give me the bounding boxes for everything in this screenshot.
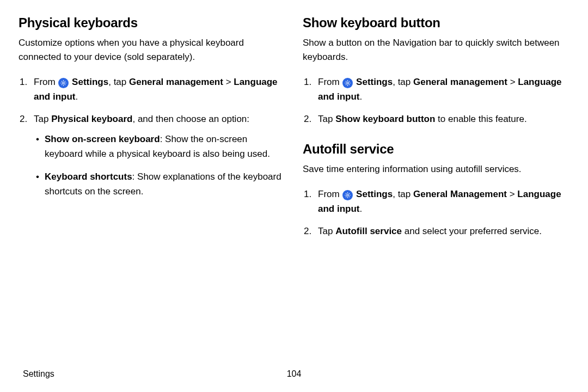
step-text: >	[507, 189, 517, 199]
step-text: Tap	[318, 114, 335, 124]
step-bold: Settings	[353, 189, 393, 199]
step-bold: Physical keyboard	[51, 114, 132, 124]
step-text: and select your preferred service.	[402, 226, 542, 236]
step-text: .	[75, 91, 78, 102]
svg-point-1	[347, 82, 348, 83]
step-text: , tap	[393, 77, 413, 87]
svg-point-2	[347, 194, 348, 195]
svg-point-0	[63, 82, 64, 83]
bullet-item: Keyboard shortcuts: Show explanations of…	[34, 169, 285, 199]
step-text: Tap	[34, 114, 51, 124]
step-2: Tap Physical keyboard, and then choose a…	[19, 112, 285, 199]
left-column: Physical keyboards Customize options whe…	[19, 15, 285, 254]
section-title-show-keyboard-button: Show keyboard button	[303, 15, 569, 30]
step-bold: Autofill service	[335, 226, 402, 236]
settings-icon	[58, 78, 69, 88]
settings-icon	[342, 78, 353, 88]
bullet-bold: Keyboard shortcuts	[45, 171, 132, 182]
step-1: From Settings, tap General management > …	[19, 75, 285, 104]
autofill-service-section: Autofill service Save time entering info…	[303, 142, 569, 238]
bullet-bold: Show on-screen keyboard	[45, 134, 160, 144]
section-title-physical-keyboards: Physical keyboards	[19, 15, 285, 30]
step-text: , tap	[393, 189, 413, 199]
step-bold: Settings	[353, 77, 393, 87]
step-bold: Show keyboard button	[335, 114, 435, 124]
step-1: From Settings, tap General management > …	[303, 75, 569, 104]
footer-page-number: 104	[287, 369, 302, 379]
show-keyboard-button-section: Show keyboard button Show a button on th…	[303, 15, 569, 126]
step-text: >	[223, 77, 234, 87]
step-bold: General management	[129, 77, 223, 87]
step-text: to enable this feature.	[435, 114, 526, 124]
step-2: Tap Autofill service and select your pre…	[303, 224, 569, 238]
step-text: >	[507, 77, 518, 87]
step-text: , and then choose an option:	[132, 114, 249, 124]
step-bold: General Management	[413, 189, 507, 199]
intro-text: Save time entering information using aut…	[303, 162, 569, 176]
step-bold: General management	[413, 77, 507, 87]
intro-text: Customize options when you have a physic…	[19, 36, 285, 65]
step-text: .	[359, 204, 362, 214]
page-footer: Settings 104	[0, 369, 588, 379]
intro-text: Show a button on the Navigation bar to q…	[303, 36, 569, 65]
step-text: From	[318, 189, 342, 199]
step-text: From	[318, 77, 342, 87]
step-text: , tap	[108, 77, 129, 87]
physical-keyboards-section: Physical keyboards Customize options whe…	[19, 15, 285, 199]
step-text: Tap	[318, 226, 335, 236]
footer-section-label: Settings	[23, 369, 54, 379]
step-text: From	[34, 77, 58, 87]
step-1: From Settings, tap General Management > …	[303, 187, 569, 216]
right-column: Show keyboard button Show a button on th…	[303, 15, 569, 254]
section-title-autofill-service: Autofill service	[303, 142, 569, 157]
step-2: Tap Show keyboard button to enable this …	[303, 112, 569, 126]
settings-icon	[342, 190, 353, 200]
step-text: .	[359, 91, 362, 102]
step-bold: Settings	[69, 77, 108, 87]
bullet-item: Show on-screen keyboard: Show the on-scr…	[34, 132, 285, 161]
